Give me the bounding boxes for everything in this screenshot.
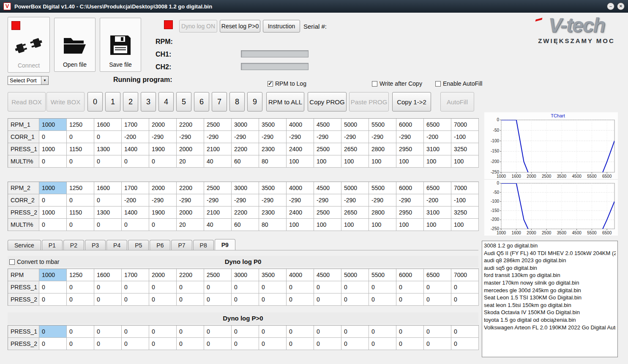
table-cell[interactable]: 5500 [369,182,396,194]
table-cell[interactable]: 5500 [369,119,396,131]
table-cell[interactable]: 3500 [259,269,287,281]
table-cell[interactable]: 1150 [67,206,94,219]
table-cell[interactable]: 2000 [177,143,204,155]
tab-p4[interactable]: P4 [106,240,127,250]
table-cell[interactable]: 0 [204,281,232,293]
table-cell[interactable]: 0 [232,338,259,350]
table-cell[interactable]: 2950 [396,206,424,219]
digit-button-7[interactable]: 7 [212,92,227,111]
connect-button[interactable]: Connect [8,17,50,73]
file-list[interactable]: 3008 1.2 go digital.binAudi Q5 II (FY FL… [482,241,618,357]
table-cell[interactable]: 0 [424,338,451,350]
table-cell[interactable]: 2300 [259,143,287,155]
table-cell[interactable]: 2800 [369,143,396,155]
table-cell[interactable]: 100 [396,155,424,168]
table-cell[interactable]: 5000 [341,269,369,281]
table-cell[interactable]: 3100 [424,206,451,219]
table-cell[interactable]: -290 [149,131,177,143]
table-cell[interactable]: 0 [94,155,122,168]
autofill-button[interactable]: AutoFill [440,92,474,111]
tab-p7[interactable]: P7 [171,240,192,250]
table-cell[interactable]: 2300 [259,206,287,219]
table-cell[interactable]: -290 [396,131,424,143]
table-cell[interactable]: 0 [424,281,451,293]
table-cell[interactable]: 1250 [67,269,94,281]
table-cell[interactable]: 2800 [369,206,396,219]
table-cell[interactable]: 2950 [396,143,424,155]
table-cell[interactable]: 0 [94,293,122,306]
table-cell[interactable]: 20 [177,219,204,231]
file-item[interactable]: audi sq5 go digital.bin [484,264,616,272]
table-cell[interactable]: 0 [396,326,424,338]
table-cell[interactable]: 0 [341,338,369,350]
table-cell[interactable]: 80 [259,155,287,168]
table-cell[interactable]: 0 [232,293,259,306]
table-cell[interactable]: 2500 [314,206,341,219]
table-cell[interactable]: 0 [177,281,204,293]
table-cell[interactable]: -290 [232,194,259,206]
table-cell[interactable]: -290 [204,131,232,143]
digit-button-8[interactable]: 8 [229,92,245,111]
table-cell[interactable]: 6000 [396,182,424,194]
table-cell[interactable]: 0 [39,326,67,338]
table-cell[interactable]: 1900 [149,143,177,155]
table-cell[interactable]: 0 [94,326,122,338]
table-cell[interactable]: 0 [122,281,149,293]
table-cell[interactable]: 0 [204,338,232,350]
table-cell[interactable]: 0 [451,326,479,338]
table-cell[interactable]: 3250 [451,206,479,219]
table-cell[interactable]: 0 [149,155,177,168]
table-cell[interactable]: -290 [287,194,314,206]
table-cell[interactable]: 0 [39,281,67,293]
table-cell[interactable]: -290 [177,131,204,143]
table-cell[interactable]: 0 [94,281,122,293]
table-cell[interactable]: -290 [149,194,177,206]
table-cell[interactable]: 0 [39,131,67,143]
table-cell[interactable]: 5000 [341,182,369,194]
convert-to-mbar-checkbox[interactable]: Convert to mbar [9,258,59,265]
tab-p6[interactable]: P6 [150,240,170,250]
select-port-dropdown[interactable]: Select Port ▼ [8,76,49,85]
write-box-button[interactable]: Write BOX [46,92,85,111]
table-cell[interactable]: 100 [341,219,369,231]
table-cell[interactable]: -290 [204,194,232,206]
table-cell[interactable]: 2200 [177,119,204,131]
table-cell[interactable]: 0 [259,326,287,338]
table-cell[interactable]: 100 [314,155,341,168]
table-cell[interactable]: 0 [204,293,232,306]
table-cell[interactable]: 40 [204,219,232,231]
table-cell[interactable]: 2500 [204,119,232,131]
table-cell[interactable]: 0 [177,326,204,338]
table-cell[interactable]: -290 [259,194,287,206]
table-cell[interactable]: 2200 [232,143,259,155]
table-cell[interactable]: 1000 [39,119,67,131]
table-cell[interactable]: -200 [122,194,149,206]
open-file-button[interactable]: Open file [54,18,96,72]
dyno-log-on-button[interactable]: Dyno log ON [179,20,217,33]
table-cell[interactable]: 2650 [341,206,369,219]
table-cell[interactable]: -200 [122,131,149,143]
table-cell[interactable]: 0 [67,131,94,143]
table-cell[interactable]: 100 [451,219,479,231]
table-cell[interactable]: 0 [341,293,369,306]
table-cell[interactable]: 2200 [177,269,204,281]
copy-prog-button[interactable]: Copy PROG [308,92,347,111]
table-cell[interactable]: 0 [149,326,177,338]
write-after-copy-checkbox[interactable]: Write after Copy [372,80,422,87]
table-cell[interactable]: -290 [314,131,341,143]
table-cell[interactable]: 20 [177,155,204,168]
table-cell[interactable]: 1600 [94,269,122,281]
digit-button-9[interactable]: 9 [247,92,262,111]
table-cell[interactable]: 0 [314,293,341,306]
table-cell[interactable]: 100 [341,155,369,168]
table-cell[interactable]: 1400 [122,143,149,155]
table-cell[interactable]: -100 [451,131,479,143]
table-cell[interactable]: 2500 [314,143,341,155]
table-cell[interactable]: 0 [122,293,149,306]
table-cell[interactable]: 2100 [204,143,232,155]
table-cell[interactable]: -290 [369,131,396,143]
table-cell[interactable]: 2000 [149,182,177,194]
table-cell[interactable]: 2500 [204,182,232,194]
table-cell[interactable]: 0 [314,338,341,350]
table-cell[interactable]: 0 [149,219,177,231]
